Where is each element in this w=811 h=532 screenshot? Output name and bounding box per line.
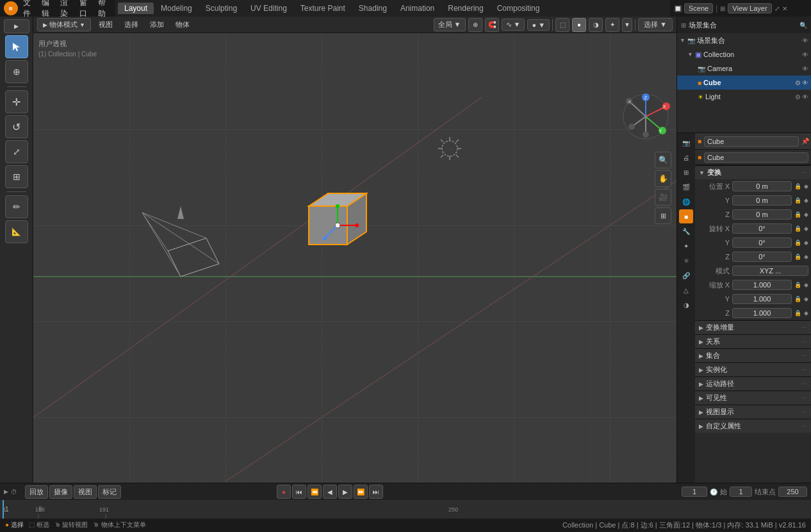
scene-selector[interactable]: Scene: [684, 3, 713, 13]
add-menu[interactable]: 添加: [146, 19, 168, 31]
play-back-btn[interactable]: ◀: [323, 485, 337, 499]
annotate-tool[interactable]: ✏: [5, 195, 28, 218]
playback-dropdown[interactable]: 回放: [25, 485, 48, 499]
tab-sculpting[interactable]: Sculpting: [199, 3, 243, 14]
jump-end-btn[interactable]: ⏭: [369, 485, 383, 499]
rot-z-anim[interactable]: ◆: [804, 254, 808, 260]
shading-options-btn[interactable]: ▼: [622, 18, 632, 32]
outliner-camera[interactable]: 📷 Camera 👁: [677, 61, 811, 76]
pivot-btn[interactable]: ⊕: [468, 18, 482, 32]
viewport-canvas[interactable]: 用户透视 (1) Collection | Cube: [33, 33, 676, 483]
props-icon-object-data[interactable]: △: [679, 283, 693, 297]
solid-btn[interactable]: ●: [572, 18, 586, 32]
grid-view-btn[interactable]: ⊞: [655, 207, 671, 224]
pos-x-anim[interactable]: ◆: [804, 183, 808, 189]
scale-y-value[interactable]: 1.000: [732, 294, 792, 304]
timeline-ruler-area[interactable]: 1 8 1 116 191 250: [0, 500, 811, 519]
scene-expand-icon[interactable]: ⤢: [774, 5, 780, 12]
rot-y-anim[interactable]: ◆: [804, 239, 808, 246]
transform-delta-section[interactable]: ▶ 变换增量 ⋯: [695, 320, 811, 334]
relations-section[interactable]: ▶ 关系 ⋯: [695, 334, 811, 348]
props-icon-modifier[interactable]: 🔧: [679, 224, 693, 238]
tab-rendering[interactable]: Rendering: [441, 3, 489, 14]
camera-view-btn[interactable]: 🎥: [655, 189, 671, 206]
props-icon-physics[interactable]: ⚛: [679, 254, 693, 268]
measure-tool[interactable]: 📐: [5, 220, 28, 243]
custom-props-section[interactable]: ▶ 自定义属性 ⋯: [695, 419, 811, 433]
tab-texture-paint[interactable]: Texture Paint: [294, 3, 352, 14]
pos-x-lock[interactable]: 🔒: [794, 183, 801, 189]
pos-z-lock[interactable]: 🔒: [794, 211, 801, 218]
props-icon-object[interactable]: ■: [679, 209, 693, 223]
step-fwd-btn[interactable]: ⏩: [354, 485, 368, 499]
tab-compositing[interactable]: Compositing: [491, 3, 546, 14]
mode-dropdown[interactable]: ▶ 物体模式 ▼: [37, 18, 91, 31]
object-menu[interactable]: 物体: [172, 19, 193, 31]
props-icon-view-layer[interactable]: ⊞: [679, 165, 693, 179]
props-icon-world[interactable]: 🌐: [679, 195, 693, 209]
scale-z-lock[interactable]: 🔒: [794, 310, 801, 316]
proportional-btn[interactable]: ∿ ▼: [502, 19, 525, 31]
scene-close-icon[interactable]: ✕: [782, 5, 787, 12]
transform-global-btn[interactable]: 全局 ▼: [434, 18, 466, 31]
position-y-value[interactable]: 0 m: [732, 195, 792, 206]
pos-z-anim[interactable]: ◆: [804, 211, 808, 218]
view-layer-selector[interactable]: View Layer: [728, 3, 771, 13]
outliner-collection[interactable]: ▼ ▣ Collection 👁: [677, 47, 811, 61]
scale-x-lock[interactable]: 🔒: [794, 282, 801, 288]
scale-y-anim[interactable]: ◆: [804, 296, 808, 302]
rotation-z-value[interactable]: 0°: [732, 252, 792, 262]
select-menu[interactable]: 选择: [120, 19, 142, 31]
props-pin-icon[interactable]: 📌: [801, 138, 809, 145]
mode-select-btn[interactable]: ▶: [4, 19, 29, 33]
cursor-tool[interactable]: ⊕: [5, 60, 28, 83]
rot-z-lock[interactable]: 🔒: [794, 254, 801, 260]
timeline-view-dropdown[interactable]: 视图: [74, 485, 97, 499]
move-tool[interactable]: ✛: [5, 90, 28, 113]
motion-paths-section[interactable]: ▶ 运动路径 ⋯: [695, 376, 811, 391]
scale-tool[interactable]: ⤢: [5, 140, 28, 163]
outliner-light[interactable]: ☀ Light ⚙ 👁: [677, 90, 811, 104]
marker-dropdown[interactable]: 标记: [98, 485, 121, 499]
start-frame-input[interactable]: [730, 487, 752, 497]
props-inner-name-btn[interactable]: Cube: [704, 152, 808, 163]
instancing-section[interactable]: ▶ 实例化 ⋯: [695, 362, 811, 376]
overlay-btn[interactable]: ● ▼: [527, 19, 550, 31]
tab-uv-editing[interactable]: UV Editing: [244, 3, 293, 14]
material-btn[interactable]: ◑: [589, 18, 603, 32]
scale-z-value[interactable]: 1.000: [732, 308, 792, 318]
rotation-x-value[interactable]: 0°: [732, 223, 792, 234]
rotation-y-value[interactable]: 0°: [732, 238, 792, 248]
zoom-btn[interactable]: 🔍: [655, 152, 671, 168]
scale-z-anim[interactable]: ◆: [804, 310, 808, 316]
props-object-name-input[interactable]: [704, 136, 799, 147]
position-z-value[interactable]: 0 m: [732, 209, 792, 220]
rendered-btn[interactable]: ✦: [605, 18, 619, 32]
pan-btn[interactable]: ✋: [655, 170, 671, 187]
props-icon-scene[interactable]: 🎬: [679, 180, 693, 194]
props-icon-output[interactable]: 🖨: [679, 150, 693, 165]
snapping-btn[interactable]: 🧲: [485, 18, 499, 32]
tab-shading[interactable]: Shading: [352, 3, 393, 14]
jump-start-btn[interactable]: ⏮: [292, 485, 306, 499]
select-mode-btn[interactable]: 选择 ▼: [638, 18, 673, 31]
tab-animation[interactable]: Animation: [394, 3, 441, 14]
visibility-section[interactable]: ▶ 可见性 ⋯: [695, 391, 811, 405]
rotate-tool[interactable]: ↺: [5, 115, 28, 138]
rot-x-lock[interactable]: 🔒: [794, 225, 801, 232]
outliner-cube[interactable]: ■ Cube ⚙ 👁: [677, 76, 811, 90]
props-icon-material[interactable]: ◑: [679, 298, 693, 312]
pos-y-anim[interactable]: ◆: [804, 197, 808, 204]
record-btn[interactable]: ●: [277, 485, 291, 499]
rot-x-anim[interactable]: ◆: [804, 225, 808, 232]
wireframe-btn[interactable]: ⬚: [555, 18, 569, 32]
tab-layout[interactable]: Layout: [118, 3, 154, 14]
outliner-filter-icon[interactable]: 🔍: [799, 22, 807, 29]
outliner-scene-root[interactable]: ▼ 📷 场景集合 👁: [677, 33, 811, 47]
end-frame-input[interactable]: [778, 487, 807, 497]
transform-section-header[interactable]: ▼ 变换 ⋯: [695, 165, 811, 179]
current-frame-input[interactable]: [682, 487, 707, 497]
cube-object[interactable]: [290, 187, 379, 278]
props-icon-constraints[interactable]: 🔗: [679, 268, 693, 282]
viewport-display-section[interactable]: ▶ 视图显示 ⋯: [695, 405, 811, 419]
